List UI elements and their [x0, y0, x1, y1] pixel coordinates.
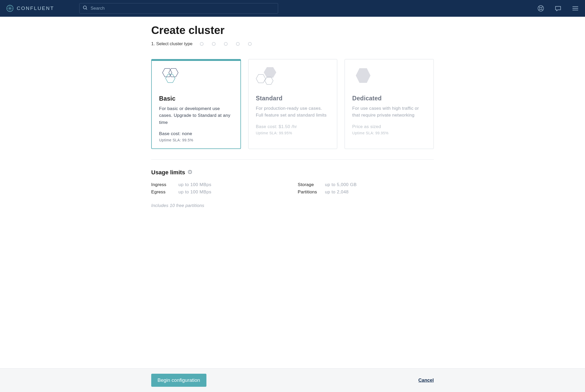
- card-sla: Uptime SLA: 99.95%: [256, 131, 330, 135]
- step-dot-4: [236, 42, 240, 46]
- confluent-logo-icon: [6, 5, 14, 12]
- usage-label: Egress: [151, 189, 171, 195]
- usage-label: Ingress: [151, 182, 171, 187]
- card-sla: Uptime SLA: 99.5%: [159, 138, 233, 142]
- step-dot-1: [200, 42, 204, 46]
- app-header: CONFLUENT: [0, 0, 585, 17]
- header-actions: [537, 5, 579, 12]
- main-content: Create cluster 1. Select cluster type Ba…: [151, 17, 434, 240]
- card-desc: For production-ready use cases. Full fea…: [256, 105, 330, 119]
- hexagon-cluster-icon: [256, 67, 330, 88]
- card-title: Basic: [159, 95, 233, 102]
- usage-value: up to 100 MBps: [178, 189, 211, 195]
- search-container: [79, 3, 278, 14]
- step-dot-3: [224, 42, 228, 46]
- svg-point-1: [83, 6, 87, 9]
- card-title: Standard: [256, 95, 330, 102]
- usage-item-egress: Egress up to 100 MBps: [151, 189, 287, 195]
- chat-icon[interactable]: [555, 5, 561, 12]
- usage-label: Storage: [298, 182, 318, 187]
- info-icon[interactable]: [188, 170, 192, 175]
- usage-item-storage: Storage up to 5,000 GB: [298, 182, 434, 187]
- card-title: Dedicated: [352, 95, 426, 102]
- section-divider: [151, 159, 434, 160]
- usage-note: Includes 10 free partitions: [151, 203, 434, 208]
- card-desc: For basic or development use cases. Upgr…: [159, 105, 233, 126]
- card-standard[interactable]: Standard For production-ready use cases.…: [248, 59, 338, 149]
- card-desc: For use cases with high traffic or that …: [352, 105, 426, 119]
- card-cost: Price as sized: [352, 124, 426, 129]
- card-sla: Uptime SLA: 99.95%: [352, 131, 426, 135]
- usage-limits-section: Usage limits Ingress up to 100 MBps Stor…: [151, 169, 434, 208]
- usage-value: up to 100 MBps: [178, 182, 211, 187]
- step-indicator-row: 1. Select cluster type: [151, 41, 434, 47]
- search-box[interactable]: [79, 3, 278, 14]
- help-icon[interactable]: [537, 5, 544, 12]
- svg-marker-11: [264, 67, 276, 78]
- svg-marker-12: [256, 74, 266, 83]
- card-cost: Base cost: $1.50 /hr: [256, 124, 330, 129]
- brand-text: CONFLUENT: [17, 5, 54, 11]
- usage-item-ingress: Ingress up to 100 MBps: [151, 182, 287, 187]
- card-dedicated[interactable]: Dedicated For use cases with high traffi…: [345, 59, 434, 149]
- hexagon-icon: [352, 67, 426, 88]
- svg-point-4: [540, 7, 542, 10]
- card-cost: Base cost: none: [159, 131, 233, 136]
- usage-value: up to 2,048: [325, 189, 349, 195]
- usage-label: Partitions: [298, 189, 318, 195]
- cluster-type-cards: Basic For basic or development use cases…: [151, 59, 434, 149]
- step-label: 1. Select cluster type: [151, 41, 193, 47]
- search-icon: [83, 5, 88, 11]
- svg-line-2: [86, 9, 87, 10]
- usage-value: up to 5,000 GB: [325, 182, 357, 187]
- svg-point-17: [190, 171, 190, 171]
- usage-item-partitions: Partitions up to 2,048: [298, 189, 434, 195]
- usage-title-row: Usage limits: [151, 169, 434, 176]
- step-dot-5: [248, 42, 252, 46]
- usage-title: Usage limits: [151, 169, 185, 176]
- step-dots: [200, 42, 252, 46]
- svg-marker-13: [265, 77, 273, 84]
- search-input[interactable]: [91, 6, 275, 11]
- usage-grid: Ingress up to 100 MBps Storage up to 5,0…: [151, 182, 434, 195]
- step-dot-2: [212, 42, 216, 46]
- menu-icon[interactable]: [572, 5, 579, 12]
- hexagon-cluster-icon: [159, 67, 233, 88]
- page-title: Create cluster: [151, 24, 434, 37]
- card-basic[interactable]: Basic For basic or development use cases…: [151, 59, 241, 149]
- svg-marker-14: [356, 68, 370, 83]
- brand-logo[interactable]: CONFLUENT: [6, 5, 54, 12]
